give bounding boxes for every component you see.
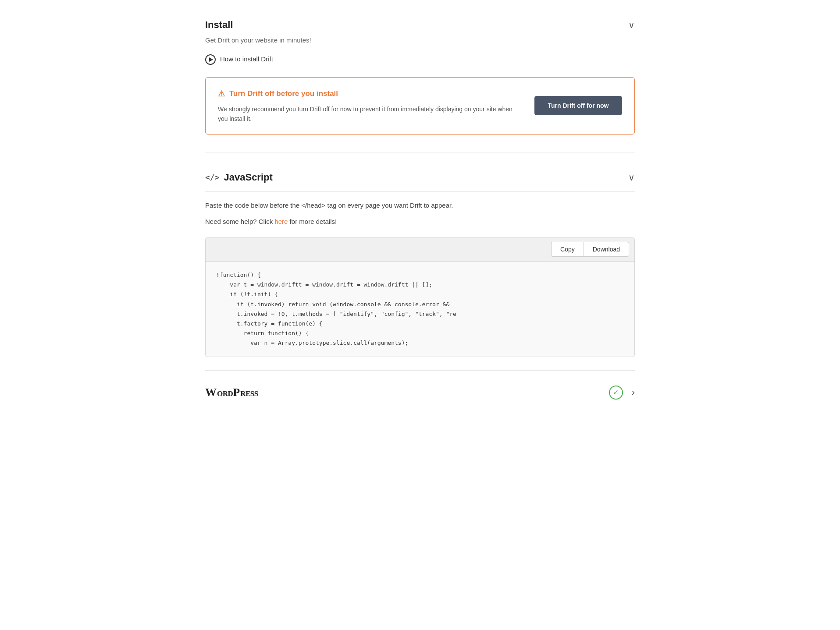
play-icon: [205, 54, 216, 65]
wordpress-actions: ✓ ›: [609, 385, 635, 400]
javascript-title: </> JavaScript: [205, 170, 273, 184]
how-to-install-label: How to install Drift: [220, 54, 273, 64]
how-to-install-link[interactable]: How to install Drift: [205, 54, 635, 65]
javascript-title-text: JavaScript: [224, 170, 273, 184]
code-content: !function() { var t = window.driftt = wi…: [216, 270, 624, 348]
warning-triangle-icon: ⚠: [218, 88, 225, 100]
help-prefix: Need some help? Click: [205, 218, 274, 225]
install-section: Install ∨ Get Drift on your website in m…: [205, 18, 635, 152]
download-button[interactable]: Download: [584, 242, 629, 257]
warning-content: ⚠ Turn Drift off before you install We s…: [218, 88, 521, 124]
javascript-section-header: </> JavaScript ∨: [205, 170, 635, 192]
install-title: Install: [205, 18, 233, 32]
warning-body-text: We strongly recommend you turn Drift off…: [218, 104, 521, 124]
install-chevron-icon[interactable]: ∨: [628, 18, 635, 32]
code-area-wrapper: Copy Download !function() { var t = wind…: [206, 237, 634, 357]
wordpress-check-icon: ✓: [609, 386, 623, 400]
javascript-section: </> JavaScript ∨ Paste the code below be…: [205, 170, 635, 357]
warning-title-text: Turn Drift off before you install: [229, 88, 338, 99]
help-suffix: for more details!: [288, 218, 337, 225]
warning-box: ⚠ Turn Drift off before you install We s…: [205, 77, 635, 135]
install-subtitle: Get Drift on your website in minutes!: [205, 35, 635, 46]
code-block: !function() { var t = window.driftt = wi…: [206, 262, 634, 357]
turn-drift-off-button[interactable]: Turn Drift off for now: [534, 96, 622, 115]
copy-button[interactable]: Copy: [551, 242, 584, 257]
wordpress-section: WordPress ✓ ›: [205, 370, 635, 401]
warning-title: ⚠ Turn Drift off before you install: [218, 88, 521, 100]
code-icon: </>: [205, 171, 220, 183]
install-section-header: Install ∨: [205, 18, 635, 32]
wordpress-logo-text: WordPress: [205, 387, 258, 398]
javascript-description: Paste the code below before the </head> …: [205, 201, 635, 211]
wordpress-logo: WordPress: [205, 384, 258, 401]
javascript-chevron-icon[interactable]: ∨: [628, 171, 635, 184]
wordpress-section-row: WordPress ✓ ›: [205, 384, 635, 401]
wordpress-arrow-icon[interactable]: ›: [632, 385, 635, 400]
code-block-container: Copy Download !function() { var t = wind…: [205, 237, 635, 357]
help-text: Need some help? Click here for more deta…: [205, 217, 635, 227]
help-link[interactable]: here: [274, 218, 288, 225]
code-toolbar: Copy Download: [206, 237, 634, 262]
